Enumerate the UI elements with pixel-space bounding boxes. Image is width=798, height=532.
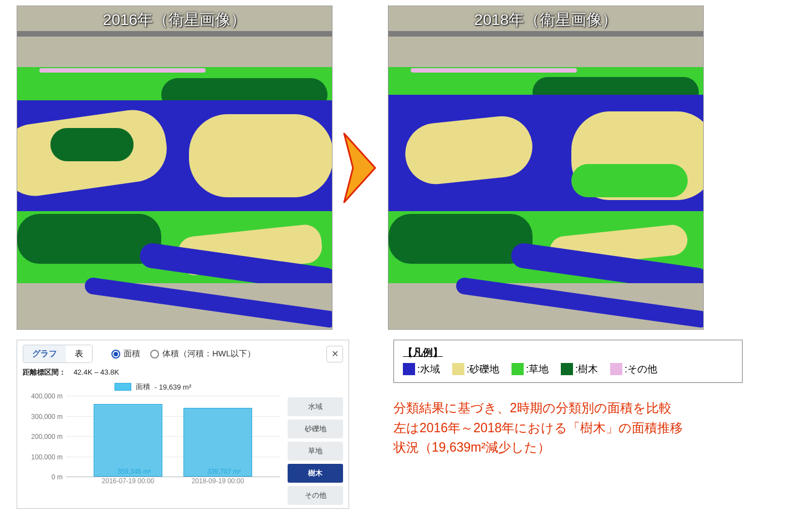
plot: 359,346 m² 339,707 m² 2016-07-19 00:00 2… xyxy=(66,396,280,477)
ytick: 200,000 m xyxy=(31,433,63,441)
close-button[interactable]: ✕ xyxy=(326,346,343,362)
chart-legend: 面積 - 19,639 m² xyxy=(115,382,191,392)
bar-2016[interactable] xyxy=(94,404,162,477)
caption: 分類結果に基づき、2時期の分類別の面積を比較 左は2016年～2018年における… xyxy=(393,398,781,458)
bar-label: 359,346 m² xyxy=(117,468,151,475)
map-left-2016: 2016年（衛星画像） xyxy=(17,6,332,330)
cat-trees[interactable]: 樹木 xyxy=(288,464,343,483)
ytick: 0 m xyxy=(52,473,63,481)
legend-swatch-icon xyxy=(115,383,131,391)
legend-trees: :樹木 xyxy=(561,362,598,376)
map-left-title: 2016年（衛星画像） xyxy=(103,9,246,30)
legend-gravel: :砂礫地 xyxy=(452,362,499,376)
map-right-title: 2018年（衛星画像） xyxy=(474,9,617,30)
distance-label: 距離標区間： xyxy=(23,368,66,376)
cat-gravel[interactable]: 砂礫地 xyxy=(288,420,343,438)
legend-title: 【凡例】 xyxy=(403,346,733,359)
legend-water: :水域 xyxy=(403,362,440,376)
close-icon: ✕ xyxy=(331,349,339,359)
legend-metric: 面積 xyxy=(136,382,150,392)
caption-line: 左は2016年～2018年における「樹木」の面積推移 xyxy=(393,418,781,438)
swatch-other-icon xyxy=(610,363,622,375)
svg-marker-0 xyxy=(344,134,375,202)
cat-other[interactable]: その他 xyxy=(288,486,343,505)
cat-water[interactable]: 水域 xyxy=(288,397,343,416)
chart-wrap: 面積 - 19,639 m² 400,000 m 300,000 m 200,0… xyxy=(23,382,343,505)
distance-row: 距離標区間： 42.4K – 43.8K xyxy=(23,367,343,377)
cat-grass[interactable]: 草地 xyxy=(288,442,343,461)
bar-label: 339,707 m² xyxy=(207,468,241,475)
maps-row: 2016年（衛星画像） 2018年（衛星画像） xyxy=(17,6,781,330)
ytick: 400,000 m xyxy=(31,392,63,400)
ytick: 100,000 m xyxy=(31,453,63,461)
caption-line: 分類結果に基づき、2時期の分類別の面積を比較 xyxy=(393,398,781,418)
metric-radios: 面積 体積（河積：HWL以下） xyxy=(111,349,255,359)
arrow-icon xyxy=(338,6,382,330)
tab-graph[interactable]: グラフ xyxy=(23,345,66,362)
radio-area[interactable]: 面積 xyxy=(111,349,140,359)
xtick: 2016-07-19 00:00 xyxy=(102,477,155,485)
caption-line: 状況（19,639m²減少した） xyxy=(393,438,781,458)
swatch-grass-icon xyxy=(511,363,524,375)
legend-grass: :草地 xyxy=(511,362,549,376)
view-tabs: グラフ 表 xyxy=(23,345,93,363)
swatch-trees-icon xyxy=(561,363,573,375)
chart-panel: グラフ 表 面積 体積（河積：HWL以下） ✕ 距離標区間： 42.4K – 4… xyxy=(17,340,349,509)
legend-box: 【凡例】 :水域 :砂礫地 :草地 :樹木 :その他 xyxy=(393,340,743,383)
bar-2018[interactable] xyxy=(183,408,252,477)
legend-other: :その他 xyxy=(610,362,657,376)
chart-area: 面積 - 19,639 m² 400,000 m 300,000 m 200,0… xyxy=(23,382,283,487)
panel-toolbar: グラフ 表 面積 体積（河積：HWL以下） ✕ xyxy=(23,345,343,363)
distance-value: 42.4K – 43.8K xyxy=(74,368,119,376)
ytick: 300,000 m xyxy=(31,413,63,421)
category-buttons: 水域 砂礫地 草地 樹木 その他 xyxy=(288,397,343,505)
swatch-water-icon xyxy=(403,363,415,375)
bottom-row: グラフ 表 面積 体積（河積：HWL以下） ✕ 距離標区間： 42.4K – 4… xyxy=(17,340,781,509)
legend-diff: - 19,639 m² xyxy=(155,383,191,391)
right-column: 【凡例】 :水域 :砂礫地 :草地 :樹木 :その他 分類結果に基づき、2時期の… xyxy=(393,340,781,458)
xtick: 2018-09-19 00:00 xyxy=(192,477,244,485)
radio-volume[interactable]: 体積（河積：HWL以下） xyxy=(150,349,255,359)
swatch-gravel-icon xyxy=(452,363,464,375)
map-right-2018: 2018年（衛星画像） xyxy=(388,6,704,330)
legend-items: :水域 :砂礫地 :草地 :樹木 :その他 xyxy=(403,362,733,376)
y-axis: 400,000 m 300,000 m 200,000 m 100,000 m … xyxy=(23,396,66,477)
tab-table[interactable]: 表 xyxy=(66,345,92,362)
